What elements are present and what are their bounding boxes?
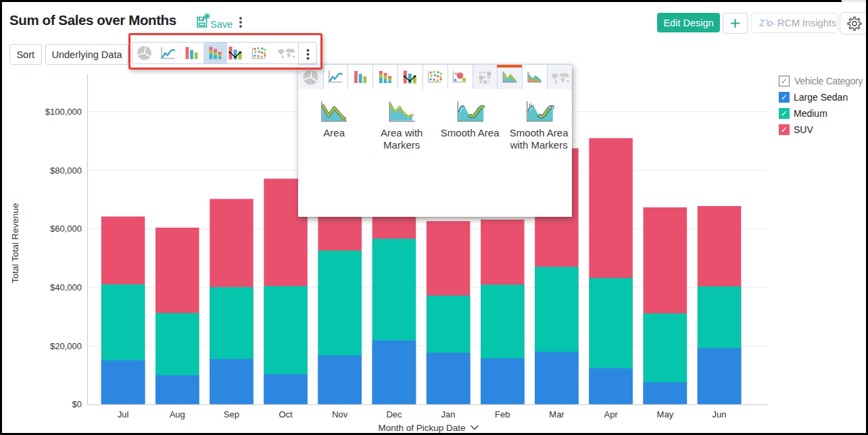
svg-text:Mar: Mar xyxy=(549,409,564,419)
svg-text:Dec: Dec xyxy=(386,409,402,419)
svg-text:$60,000: $60,000 xyxy=(50,224,82,234)
svg-text:Jul: Jul xyxy=(118,409,129,419)
svg-text:Apr: Apr xyxy=(604,409,619,419)
svg-text:Sep: Sep xyxy=(224,409,239,419)
svg-text:Total Total Revenue: Total Total Revenue xyxy=(10,203,20,283)
svg-text:Month of Pickup Date: Month of Pickup Date xyxy=(378,423,465,433)
svg-text:Oct: Oct xyxy=(279,409,293,419)
svg-text:$80,000: $80,000 xyxy=(50,165,82,176)
svg-text:$40,000: $40,000 xyxy=(50,282,82,292)
svg-text:Feb: Feb xyxy=(495,409,510,419)
svg-text:May: May xyxy=(657,409,674,419)
svg-text:$0: $0 xyxy=(72,399,82,409)
svg-text:$100,000: $100,000 xyxy=(45,107,82,117)
svg-text:$20,000: $20,000 xyxy=(50,341,82,351)
svg-text:Jan: Jan xyxy=(441,409,456,419)
svg-text:Jun: Jun xyxy=(713,409,727,419)
svg-text:Aug: Aug xyxy=(170,409,185,419)
svg-text:Nov: Nov xyxy=(332,409,348,419)
